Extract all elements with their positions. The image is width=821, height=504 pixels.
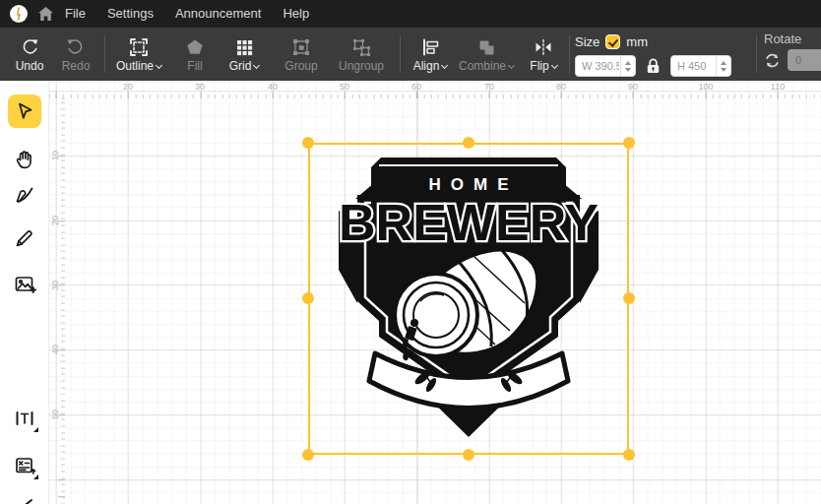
select-arrow-icon xyxy=(13,99,36,123)
width-stepper[interactable] xyxy=(620,56,635,76)
line-tool[interactable] xyxy=(8,488,41,504)
chevron-down-icon xyxy=(441,62,448,69)
selection-handle-s[interactable] xyxy=(463,449,474,461)
align-button[interactable]: Align xyxy=(406,28,455,81)
align-label: Align xyxy=(413,60,448,73)
variable-data-tool[interactable] xyxy=(8,449,41,482)
flyout-indicator xyxy=(33,474,38,479)
ungroup-button[interactable]: Ungroup xyxy=(333,28,390,81)
selection-handle-se[interactable] xyxy=(623,449,635,461)
horizontal-ruler: 20 30 40 50 60 70 80 90 100 110 xyxy=(49,81,821,98)
menu-help[interactable]: Help xyxy=(272,0,320,28)
group-button[interactable]: Group xyxy=(278,28,325,81)
toolbar-separator xyxy=(104,35,105,73)
menu-bar: File Settings Announcement Help xyxy=(0,0,821,28)
selection-handle-sw[interactable] xyxy=(302,449,314,461)
ungroup-label: Ungroup xyxy=(339,60,384,73)
selection-handle-e[interactable] xyxy=(623,292,635,304)
flyout-indicator xyxy=(33,427,38,432)
selection-handle-n[interactable] xyxy=(463,137,474,149)
undo-button[interactable]: Undo xyxy=(8,28,51,81)
selection-handle-ne[interactable] xyxy=(623,137,635,149)
combine-label: Combine xyxy=(459,60,514,73)
menu-file[interactable]: File xyxy=(54,0,96,28)
height-stepper[interactable] xyxy=(716,56,730,76)
select-tool[interactable] xyxy=(8,94,41,128)
vector-pen-tool[interactable] xyxy=(8,177,41,211)
selection-handle-w[interactable] xyxy=(302,292,314,304)
rotate-label: Rotate xyxy=(764,32,821,46)
app-window: File Settings Announcement Help Undo Red… xyxy=(0,0,821,504)
grid-button[interactable]: Grid xyxy=(221,28,268,81)
app-logo-icon[interactable] xyxy=(10,5,28,23)
redo-icon xyxy=(65,35,87,59)
undo-icon xyxy=(19,35,40,59)
pen-nib-icon xyxy=(13,182,36,206)
insert-image-tool[interactable] xyxy=(8,268,41,301)
pencil-icon xyxy=(13,226,36,250)
size-label: Size xyxy=(575,34,600,49)
chevron-down-icon xyxy=(508,62,515,69)
pan-tool[interactable] xyxy=(8,143,41,176)
image-plus-icon xyxy=(13,273,36,296)
toolbar-separator xyxy=(756,35,757,73)
app-logo-glyph xyxy=(13,7,25,21)
mm-checkbox[interactable] xyxy=(605,34,620,49)
outline-icon xyxy=(128,35,150,59)
rotate-input[interactable] xyxy=(788,54,821,66)
group-label: Group xyxy=(284,60,317,73)
pencil-tool[interactable] xyxy=(8,221,41,255)
chevron-down-icon xyxy=(551,62,558,69)
toolbar-separator xyxy=(569,35,570,73)
selection-box[interactable] xyxy=(308,143,629,455)
outline-label: Outline xyxy=(116,60,161,73)
fill-label: Fill xyxy=(187,60,202,73)
fill-button[interactable]: Fill xyxy=(173,28,217,81)
rotate-section: Rotate xyxy=(764,28,821,81)
chevron-down-icon xyxy=(156,62,162,69)
redo-button[interactable]: Redo xyxy=(54,28,97,81)
redo-label: Redo xyxy=(62,60,91,73)
width-input[interactable] xyxy=(576,56,619,76)
outline-button[interactable]: Outline xyxy=(112,28,165,81)
rotate-field xyxy=(788,49,821,71)
hand-icon xyxy=(13,148,36,171)
flip-button[interactable]: Flip xyxy=(522,28,565,81)
combine-button[interactable]: Combine xyxy=(457,28,516,81)
selection-handle-nw[interactable] xyxy=(302,137,314,149)
chevron-down-icon xyxy=(253,62,260,69)
lock-icon[interactable] xyxy=(645,57,662,75)
grid-label: Grid xyxy=(229,60,260,73)
line-icon xyxy=(13,493,36,504)
combine-icon xyxy=(475,35,497,59)
menu-settings[interactable]: Settings xyxy=(96,0,164,28)
ungroup-icon xyxy=(350,35,372,59)
height-input[interactable] xyxy=(671,56,715,76)
menu-announcement[interactable]: Announcement xyxy=(164,0,272,28)
rotate-icon[interactable] xyxy=(764,52,781,69)
grid-icon xyxy=(233,35,255,59)
height-field xyxy=(670,55,731,77)
tool-sidebar xyxy=(0,81,49,504)
group-icon xyxy=(290,35,312,59)
text-tool[interactable] xyxy=(8,402,41,435)
align-icon xyxy=(419,35,441,59)
flip-label: Flip xyxy=(530,60,556,73)
flip-icon xyxy=(533,35,554,59)
home-icon[interactable] xyxy=(37,6,54,22)
mm-label: mm xyxy=(626,34,648,49)
undo-label: Undo xyxy=(16,60,44,73)
vertical-ruler: 10 20 30 40 50 xyxy=(49,98,65,504)
fill-icon xyxy=(184,35,206,59)
toolbar: Undo Redo Outline xyxy=(0,28,821,81)
toolbar-separator xyxy=(400,35,401,73)
size-section: Size mm xyxy=(575,28,731,81)
width-field xyxy=(575,55,636,77)
